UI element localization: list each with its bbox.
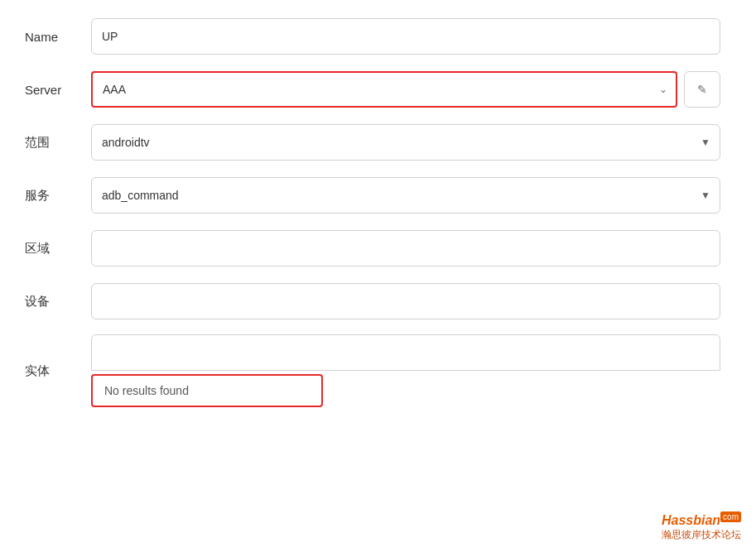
scope-row: 范围 androidtv ios android ▼: [25, 122, 720, 162]
service-select-wrapper: adb_command shell_command rest_command ▼: [91, 177, 720, 214]
name-row: Name: [25, 17, 720, 56]
edit-icon: ✎: [697, 83, 707, 96]
no-results-text: No results found: [104, 384, 189, 397]
watermark-site-text: Hassbian: [662, 513, 720, 527]
scope-control: androidtv ios android ▼: [91, 124, 720, 161]
server-select[interactable]: AAA BBB CCC: [91, 71, 677, 108]
service-control: adb_command shell_command rest_command ▼: [91, 177, 720, 214]
device-control: [91, 283, 720, 319]
server-select-wrapper: AAA BBB CCC ⌄: [91, 71, 677, 108]
server-label: Server: [25, 83, 91, 97]
watermark-subtitle: 瀚思彼岸技术论坛: [662, 528, 741, 542]
watermark-badge: com: [720, 511, 741, 522]
watermark-site: Hassbiancom: [662, 512, 741, 528]
service-select[interactable]: adb_command shell_command rest_command: [91, 177, 720, 214]
server-control: AAA BBB CCC ⌄ ✎: [91, 71, 720, 108]
device-label: 设备: [25, 294, 91, 310]
area-control: [91, 230, 720, 266]
watermark: Hassbiancom 瀚思彼岸技术论坛: [662, 512, 741, 542]
entity-control: No results found: [91, 334, 720, 407]
name-input[interactable]: [91, 18, 720, 55]
service-row: 服务 adb_command shell_command rest_comman…: [25, 175, 720, 215]
device-row: 设备: [25, 281, 720, 321]
scope-select[interactable]: androidtv ios android: [91, 124, 720, 161]
service-label: 服务: [25, 188, 91, 204]
device-input[interactable]: [91, 283, 720, 319]
area-label: 区域: [25, 241, 91, 257]
name-label: Name: [25, 30, 91, 44]
area-row: 区域: [25, 228, 720, 268]
server-edit-button[interactable]: ✎: [684, 71, 720, 108]
area-input[interactable]: [91, 230, 720, 266]
scope-label: 范围: [25, 135, 91, 151]
no-results-box: No results found: [91, 374, 323, 407]
scope-select-wrapper: androidtv ios android ▼: [91, 124, 720, 161]
entity-row: 实体 No results found: [25, 334, 720, 407]
entity-input[interactable]: [91, 334, 720, 371]
name-control: [91, 18, 720, 55]
server-row: Server AAA BBB CCC ⌄ ✎: [25, 70, 720, 109]
entity-label: 实体: [25, 363, 91, 379]
